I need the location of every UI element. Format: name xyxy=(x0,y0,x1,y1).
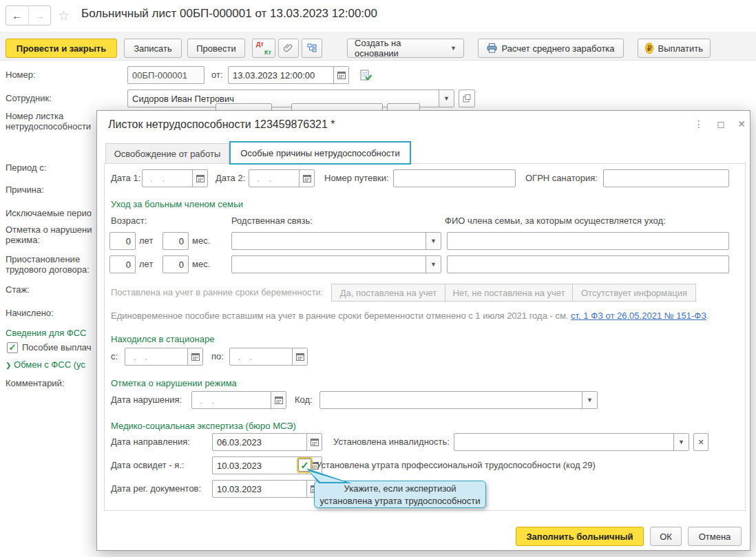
favorite-star-icon[interactable]: ☆ xyxy=(58,8,70,23)
disability-input[interactable] xyxy=(454,434,673,450)
fio-input[interactable] xyxy=(448,233,728,249)
hospital-from-field[interactable] xyxy=(125,348,203,366)
sick-leave-certificate-dialog: Листок нетрудоспособности 123459876321 *… xyxy=(96,110,750,551)
hospital-from-input[interactable] xyxy=(125,348,187,365)
calendar-icon[interactable] xyxy=(333,67,348,83)
chevron-down-icon[interactable]: ▼ xyxy=(426,256,441,273)
chevron-down-icon[interactable]: ▼ xyxy=(426,233,441,249)
pregnancy-yes-button[interactable]: Да, поставлена на учет xyxy=(331,284,445,302)
forward-button[interactable]: → xyxy=(28,6,51,25)
dialog-maximize-button[interactable]: ◻ xyxy=(713,116,729,132)
create-based-on-label: Создать на основании xyxy=(355,38,446,59)
voucher-label: Номер путевки: xyxy=(324,169,389,187)
years-input[interactable] xyxy=(110,256,135,273)
calendar-icon[interactable] xyxy=(299,170,314,187)
ogrn-input[interactable] xyxy=(604,170,728,187)
post-button[interactable]: Провести xyxy=(187,39,245,58)
cancel-button[interactable]: Отмена xyxy=(688,527,742,546)
employee-open-button[interactable] xyxy=(459,90,475,107)
years-field[interactable] xyxy=(109,232,136,250)
create-based-on-button[interactable]: Создать на основании ▼ xyxy=(347,39,464,58)
related-documents-icon xyxy=(307,43,317,53)
avg-earnings-button[interactable]: Расчет среднего заработка xyxy=(478,39,624,58)
date1-input[interactable] xyxy=(143,170,192,187)
dialog-title: Листок нетрудоспособности 123459876321 * xyxy=(108,118,335,131)
dt-kt-button[interactable]: ДтКт xyxy=(252,39,275,58)
disability-clear-button[interactable]: ✕ xyxy=(693,433,708,451)
attachments-button[interactable] xyxy=(278,39,299,58)
calendar-icon[interactable] xyxy=(306,434,322,450)
fio-field[interactable] xyxy=(447,232,729,250)
months-suffix: мес. xyxy=(192,232,210,250)
violation-date-input[interactable] xyxy=(192,392,271,408)
law-link[interactable]: ст. 1 ФЗ от 26.05.2021 № 151-ФЗ xyxy=(571,311,706,321)
calendar-icon[interactable] xyxy=(187,348,202,365)
benefit-paid-label: Пособие выплач xyxy=(22,342,97,353)
calendar-icon[interactable] xyxy=(271,392,286,408)
voucher-field[interactable] xyxy=(393,169,516,187)
doc-date-input[interactable] xyxy=(229,67,333,83)
ok-button[interactable]: ОК xyxy=(650,527,682,546)
code-input[interactable] xyxy=(320,392,582,408)
direction-date-field[interactable] xyxy=(212,433,322,451)
fio-input[interactable] xyxy=(448,256,728,273)
employee-dropdown-icon[interactable]: ▼ xyxy=(439,90,454,107)
pregnancy-no-button[interactable]: Нет, не поставлена на учет xyxy=(445,284,573,302)
doc-number-input[interactable] xyxy=(128,67,204,83)
dialog-menu-button[interactable]: ⋮ xyxy=(691,116,707,132)
months-input[interactable] xyxy=(163,256,188,273)
date2-field[interactable] xyxy=(249,169,315,187)
doc-date-field[interactable] xyxy=(228,66,349,84)
back-button[interactable]: ← xyxy=(6,6,28,25)
months-field[interactable] xyxy=(162,232,189,250)
violation-date-field[interactable] xyxy=(191,391,286,409)
doc-check-icon[interactable] xyxy=(360,70,372,81)
exam-date-input[interactable] xyxy=(213,457,306,474)
date2-input[interactable] xyxy=(249,170,299,187)
dialog-close-button[interactable]: ✕ xyxy=(733,116,750,132)
relation-select[interactable]: ▼ xyxy=(231,232,441,250)
hospital-to-field[interactable] xyxy=(229,348,308,366)
printer-icon xyxy=(487,43,497,53)
pregnancy-unknown-button[interactable]: Отсутствует информация xyxy=(572,284,696,302)
relation-input[interactable] xyxy=(232,233,426,249)
relation-select[interactable]: ▼ xyxy=(231,255,441,273)
related-documents-button[interactable] xyxy=(302,39,322,58)
dt-kt-icon: ДтКт xyxy=(256,42,271,54)
fio-field[interactable] xyxy=(447,255,729,273)
tab-release-from-work[interactable]: Освобождение от работы xyxy=(105,143,229,164)
benefit-paid-checkbox[interactable]: ✓ xyxy=(7,342,18,353)
tab-special-reasons[interactable]: Особые причины нетрудоспособности xyxy=(229,141,411,165)
chevron-down-icon[interactable]: ▼ xyxy=(582,392,597,408)
from-label: от: xyxy=(211,66,223,84)
months-field[interactable] xyxy=(162,255,189,273)
ruble-coin-icon: ₽ xyxy=(645,43,653,54)
calendar-icon[interactable] xyxy=(292,348,307,365)
code-select[interactable]: ▼ xyxy=(319,391,598,409)
suspension-label: Приостановление трудового договора: xyxy=(6,254,97,275)
accrued-label: Начислено: xyxy=(6,308,97,318)
pay-button[interactable]: ₽ Выплатить xyxy=(638,39,711,58)
fill-sick-leave-button[interactable]: Заполнить больничный xyxy=(516,527,644,546)
direction-date-input[interactable] xyxy=(213,434,306,450)
date1-field[interactable] xyxy=(142,169,208,187)
hospital-to-input[interactable] xyxy=(230,348,292,365)
chevron-down-icon[interactable]: ▼ xyxy=(673,434,689,450)
ogrn-field[interactable] xyxy=(603,169,729,187)
period-label: Период с: xyxy=(6,162,97,173)
calendar-icon[interactable] xyxy=(192,170,207,187)
avg-earnings-label: Расчет среднего заработка xyxy=(501,43,614,54)
relation-input[interactable] xyxy=(232,256,426,273)
post-and-close-button[interactable]: Провести и закрыть xyxy=(6,39,117,58)
fss-exchange-toggle[interactable]: ❯ Обмен с ФСС (ус xyxy=(6,359,97,370)
disability-select[interactable]: ▼ xyxy=(454,433,689,451)
years-field[interactable] xyxy=(109,255,136,273)
voucher-input[interactable] xyxy=(394,170,515,187)
years-input[interactable] xyxy=(110,233,135,249)
reg-date-input[interactable] xyxy=(213,481,306,497)
disability-label: Установлена инвалидность: xyxy=(333,433,450,451)
months-input[interactable] xyxy=(163,233,188,249)
save-button[interactable]: Записать xyxy=(124,39,182,58)
doc-number-field[interactable] xyxy=(127,66,204,84)
excluded-periods-label: Исключаемые перио xyxy=(6,208,97,218)
